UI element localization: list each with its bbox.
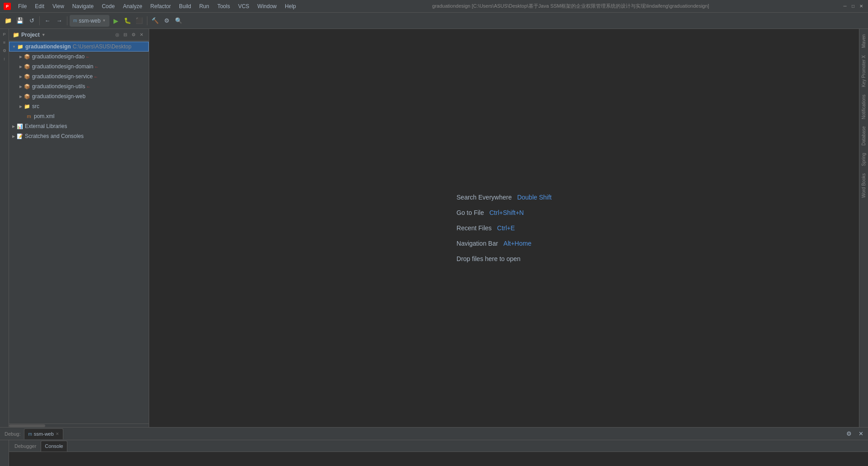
domain-arrow: ▶ — [18, 64, 24, 69]
goto-file-label: Go to File — [457, 209, 484, 216]
menu-edit[interactable]: Edit — [31, 2, 48, 10]
menu-help[interactable]: Help — [281, 2, 300, 10]
utils-icon: 📦 — [24, 83, 31, 90]
panel-header-icons: ◎ ⊟ ⚙ ✕ — [113, 31, 145, 38]
stop-button[interactable]: ⬛ — [134, 15, 145, 26]
recent-files-label: Recent Files — [457, 224, 492, 232]
goto-file-shortcut[interactable]: Ctrl+Shift+N — [489, 209, 524, 216]
run-config-label: ssm-web — [79, 18, 100, 24]
tree-root[interactable]: ▼ 📁 graduationdesign C:\Users\ASUS\Deskt… — [9, 42, 149, 52]
dao-red-arrow: ← — [85, 54, 90, 59]
left-icon-2[interactable]: ≡ — [1, 39, 8, 46]
menu-navigate[interactable]: Navigate — [69, 2, 97, 10]
web-arrow: ▶ — [18, 94, 24, 99]
welcome-row-goto: Go to File Ctrl+Shift+N — [457, 209, 552, 216]
right-tab-maven[interactable]: Maven — [860, 31, 868, 52]
tree-item-scratches[interactable]: ▶ 📝 Scratches and Consoles — [9, 131, 149, 141]
dao-icon: 📦 — [24, 53, 31, 60]
right-tab-spring[interactable]: Spring — [860, 149, 868, 170]
toolbar-refresh-btn[interactable]: ↺ — [26, 15, 37, 26]
external-libs-arrow: ▶ — [11, 124, 16, 129]
tree-item-domain[interactable]: ▶ 📦 graduationdesign-domain ← — [9, 62, 149, 71]
search-everywhere-shortcut[interactable]: Double Shift — [517, 194, 552, 201]
toolbar-settings-btn[interactable]: ⚙ — [161, 15, 172, 26]
welcome-row-drop: Drop files here to open — [457, 255, 552, 262]
close-panel-icon[interactable]: ✕ — [138, 31, 145, 38]
close-button[interactable]: ✕ — [858, 3, 864, 10]
right-tab-word-books[interactable]: Word Books — [860, 170, 868, 201]
menu-vcs[interactable]: VCS — [235, 2, 253, 10]
debug-tab-ssm-web[interactable]: m ssm-web ✕ — [24, 428, 63, 439]
welcome-content: Search Everywhere Double Shift Go to Fil… — [439, 176, 570, 281]
maximize-button[interactable]: □ — [850, 3, 856, 10]
bottom-panel: Debug: m ssm-web ✕ ⚙ ✕ Debugger Console — [0, 427, 868, 466]
tree-item-dao[interactable]: ▶ 📦 graduationdesign-dao ← — [9, 52, 149, 62]
project-dropdown-arrow[interactable]: ▼ — [42, 33, 46, 37]
welcome-row-search: Search Everywhere Double Shift — [457, 194, 552, 201]
collapse-all-icon[interactable]: ⊟ — [122, 31, 129, 38]
window-title: graduationdesign [C:\Users\ASUS\Desktop\… — [300, 3, 842, 10]
menu-file[interactable]: File — [14, 2, 30, 10]
console-tab[interactable]: Console — [41, 441, 67, 452]
toolbar-search-btn[interactable]: 🔍 — [173, 15, 184, 26]
toolbar-save-btn[interactable]: 💾 — [14, 15, 25, 26]
panel-scrollbar[interactable] — [9, 423, 149, 427]
debug-left-tools — [0, 440, 9, 466]
run-config-selector[interactable]: m ssm-web ▼ — [70, 15, 109, 27]
run-button[interactable]: ▶ — [110, 15, 121, 26]
debug-button[interactable]: 🐛 — [122, 15, 133, 26]
tree-item-web[interactable]: ▶ 📦 graduationdesign-web — [9, 91, 149, 101]
folder-icon: 📁 — [13, 32, 19, 38]
debug-close-btn[interactable]: ✕ — [855, 428, 866, 439]
project-tree: ▼ 📁 graduationdesign C:\Users\ASUS\Deskt… — [9, 41, 149, 423]
external-libs-icon: 📊 — [16, 123, 24, 130]
menu-analyze[interactable]: Analyze — [119, 2, 146, 10]
debug-settings-btn[interactable]: ⚙ — [844, 428, 854, 439]
minimize-button[interactable]: ─ — [842, 3, 848, 10]
menu-refactor[interactable]: Refactor — [147, 2, 175, 10]
toolbar-forward-btn[interactable]: → — [54, 15, 65, 26]
service-arrow: ▶ — [18, 74, 24, 79]
utils-label: graduationdesign-utils — [32, 83, 85, 90]
left-icon-3[interactable]: ⚙ — [1, 47, 8, 54]
right-tab-database[interactable]: Database — [860, 123, 868, 149]
menu-code[interactable]: Code — [98, 2, 118, 10]
tree-item-service[interactable]: ▶ 📦 graduationdesign-service ← — [9, 71, 149, 81]
recent-files-shortcut[interactable]: Ctrl+E — [497, 224, 515, 232]
utils-arrow: ▶ — [18, 84, 24, 89]
panel-title: 📁 Project ▼ — [13, 32, 112, 38]
root-arrow: ▼ — [11, 44, 17, 49]
external-libs-label: External Libraries — [25, 123, 67, 129]
dao-label: graduationdesign-dao — [32, 53, 85, 60]
tree-item-external-libs[interactable]: ▶ 📊 External Libraries — [9, 121, 149, 131]
tree-item-src[interactable]: ▶ 📁 src — [9, 101, 149, 111]
tree-item-pom[interactable]: m pom.xml — [9, 111, 149, 121]
debugger-tab[interactable]: Debugger — [11, 441, 40, 452]
left-icon-1[interactable]: P — [1, 31, 8, 38]
menu-bar: File Edit View Navigate Code Analyze Ref… — [14, 2, 300, 10]
welcome-row-nav: Navigation Bar Alt+Home — [457, 240, 552, 247]
debug-tab-icon: m — [28, 432, 32, 437]
nav-bar-shortcut[interactable]: Alt+Home — [504, 240, 532, 247]
right-tab-key-promoter[interactable]: Key Promoter X — [860, 52, 868, 91]
toolbar-back-btn[interactable]: ← — [42, 15, 53, 26]
settings-icon[interactable]: ⚙ — [130, 31, 137, 38]
src-arrow: ▶ — [18, 104, 24, 109]
menu-view[interactable]: View — [49, 2, 68, 10]
welcome-row-recent: Recent Files Ctrl+E — [457, 224, 552, 232]
menu-run[interactable]: Run — [196, 2, 213, 10]
menu-tools[interactable]: Tools — [214, 2, 234, 10]
menu-build[interactable]: Build — [175, 2, 195, 10]
right-tab-notifications[interactable]: Notifications — [860, 91, 868, 123]
debug-label: Debug: — [2, 431, 23, 437]
debug-output — [9, 452, 868, 466]
nav-bar-label: Navigation Bar — [457, 240, 498, 247]
debug-tab-close[interactable]: ✕ — [56, 432, 59, 436]
left-icon-4[interactable]: ↕ — [1, 55, 8, 62]
menu-window[interactable]: Window — [254, 2, 280, 10]
build-btn[interactable]: 🔨 — [150, 15, 160, 26]
locate-file-icon[interactable]: ◎ — [113, 31, 121, 38]
toolbar-project-btn[interactable]: 📁 — [3, 15, 14, 26]
console-tab-label: Console — [45, 443, 63, 449]
tree-item-utils[interactable]: ▶ 📦 graduationdesign-utils ← — [9, 81, 149, 91]
